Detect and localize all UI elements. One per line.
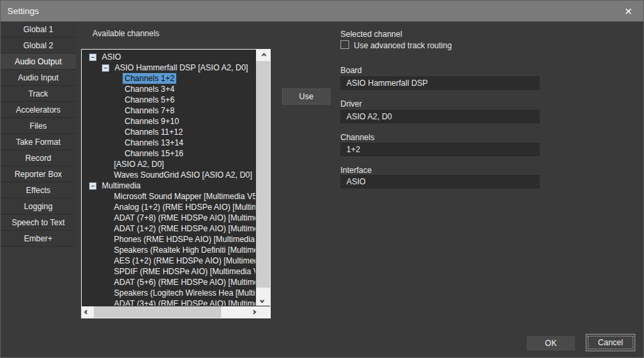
tree-item-adat-7-8[interactable]: ADAT (7+8) (RME HDSPe AIO) [Multimedia V — [82, 213, 255, 223]
interface-field[interactable]: ASIO — [340, 175, 539, 188]
board-field[interactable]: ASIO Hammerfall DSP — [340, 76, 539, 90]
vertical-scrollbar[interactable] — [256, 50, 270, 306]
tree-item-speakers-logitech[interactable]: Speakers (Logitech Wireless Hea [Multime… — [82, 288, 255, 298]
sidebar-item-accelerators[interactable]: Accelerators — [1, 102, 76, 118]
tree-item-adat-3-4[interactable]: ADAT (3+4) (RME HDSPe AIO) [Multimedia V — [82, 298, 255, 306]
driver-label: Driver — [340, 99, 362, 109]
collapse-icon[interactable] — [89, 182, 96, 190]
selected-channel-label: Selected channel — [340, 29, 402, 39]
sidebar-item-global-2[interactable]: Global 2 — [1, 38, 76, 54]
tree-item-adat-1-2[interactable]: ADAT (1+2) (RME HDSPe AIO) [Multimedia V — [82, 223, 255, 234]
scroll-up-button[interactable] — [256, 50, 270, 60]
tree-item-channels-7-8[interactable]: Channels 7+8 — [82, 105, 255, 116]
sidebar-item-record[interactable]: Record — [1, 150, 76, 166]
chevron-down-icon — [260, 298, 265, 302]
board-label: Board — [340, 66, 362, 75]
tree-item-channels-13-14[interactable]: Channels 13+14 — [82, 137, 255, 148]
tree-item-aes-1-2[interactable]: AES (1+2) (RME HDSPe AIO) [Multimedia V1 — [82, 255, 255, 266]
tree-item-channels-1-2[interactable]: Channels 1+2 — [82, 73, 255, 84]
vertical-scroll-thumb[interactable] — [256, 61, 270, 288]
sidebar-item-audio-output[interactable]: Audio Output — [1, 54, 76, 70]
tree-item-sound-mapper[interactable]: Microsoft Sound Mapper [Multimedia V5.0] — [82, 191, 255, 202]
tree-item-channels-11-12[interactable]: Channels 11+12 — [82, 127, 255, 137]
chevron-right-icon — [251, 310, 256, 314]
sidebar-item-global-1[interactable]: Global 1 — [1, 21, 76, 38]
driver-field[interactable]: ASIO A2, D0 — [340, 110, 539, 123]
tree-item-adat-5-6[interactable]: ADAT (5+6) (RME HDSPe AIO) [Multimedia V — [82, 277, 255, 288]
tree-item-speakers-realtek[interactable]: Speakers (Realtek High Definiti [Multime… — [82, 245, 255, 255]
close-icon[interactable]: ✕ — [613, 1, 643, 21]
sidebar-item-speech-to-text[interactable]: Speech to Text — [1, 215, 76, 231]
scroll-left-button[interactable] — [82, 306, 92, 318]
sidebar-item-reporter-box[interactable]: Reporter Box — [1, 166, 76, 182]
sidebar-item-audio-input[interactable]: Audio Input — [1, 70, 76, 86]
tree-item-channels-3-4[interactable]: Channels 3+4 — [82, 84, 255, 95]
channels-tree: ASIO ASIO Hammerfall DSP [ASIO A2, D0] C… — [82, 52, 255, 306]
tree-item-channels-9-10[interactable]: Channels 9+10 — [82, 116, 255, 127]
horizontal-scroll-thumb[interactable] — [94, 306, 221, 318]
tree-item-asio-a2-d0[interactable]: [ASIO A2, D0] — [82, 159, 255, 170]
ok-button[interactable]: OK — [527, 336, 575, 351]
horizontal-scrollbar[interactable] — [82, 306, 270, 318]
interface-label: Interface — [340, 166, 372, 175]
cancel-button[interactable]: Cancel — [586, 334, 635, 351]
channels-listbox: ASIO ASIO Hammerfall DSP [ASIO A2, D0] C… — [81, 49, 271, 318]
tree-item-hammerfall[interactable]: ASIO Hammerfall DSP [ASIO A2, D0] — [82, 62, 255, 73]
scroll-right-button[interactable] — [247, 306, 258, 318]
tree-item-analog-1-2[interactable]: Analog (1+2) (RME HDSPe AIO) [Multimedia… — [82, 202, 255, 213]
channels-label: Channels — [340, 133, 375, 142]
chevron-up-icon — [261, 52, 266, 57]
sidebar-item-logging[interactable]: Logging — [1, 198, 76, 215]
sidebar-item-effects[interactable]: Effects — [1, 182, 76, 198]
sidebar-item-track[interactable]: Track — [1, 86, 76, 102]
tree-item-channels-5-6[interactable]: Channels 5+6 — [82, 95, 255, 105]
sidebar-item-files[interactable]: Files — [1, 118, 76, 134]
scroll-down-button[interactable] — [256, 295, 270, 306]
advanced-routing-checkbox[interactable] — [340, 40, 349, 49]
sidebar: Global 1 Global 2 Audio Output Audio Inp… — [1, 21, 76, 247]
tree-item-spdif[interactable]: SPDIF (RME HDSPe AIO) [Multimedia V10.0] — [82, 266, 255, 277]
collapse-icon[interactable] — [89, 54, 96, 61]
advanced-routing-label[interactable]: Use advanced track routing — [354, 41, 452, 50]
use-button[interactable]: Use — [282, 88, 330, 105]
tree-item-waves-soundgrid[interactable]: Waves SoundGrid ASIO [ASIO A2, D0] — [82, 170, 255, 180]
tree-item-asio[interactable]: ASIO — [82, 52, 255, 62]
titlebar[interactable]: Settings ✕ — [1, 1, 643, 21]
chevron-left-icon — [84, 310, 88, 314]
window-title: Settings — [1, 6, 39, 16]
available-channels-label: Available channels — [92, 29, 159, 38]
tree-item-channels-15-16[interactable]: Channels 15+16 — [82, 148, 255, 159]
tree-item-multimedia[interactable]: Multimedia — [82, 180, 255, 191]
sidebar-item-take-format[interactable]: Take Format — [1, 134, 76, 150]
tree-item-phones[interactable]: Phones (RME HDSPe AIO) [Multimedia V10. — [82, 234, 255, 245]
channels-field[interactable]: 1+2 — [340, 143, 539, 156]
collapse-icon[interactable] — [102, 64, 109, 72]
settings-dialog: Settings ✕ Global 1 Global 2 Audio Outpu… — [0, 0, 644, 358]
sidebar-item-ember[interactable]: Ember+ — [1, 231, 76, 247]
